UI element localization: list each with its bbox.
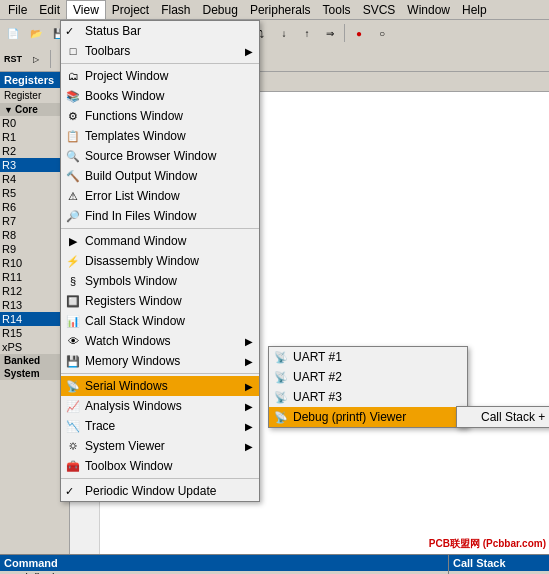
tb-step-in[interactable]: ↓: [273, 22, 295, 44]
view-menu-item-2[interactable]: 🗂Project Window: [61, 66, 259, 86]
view-menu-item-14[interactable]: 📊Call Stack Window: [61, 311, 259, 331]
tb-clear-bp[interactable]: ○: [371, 22, 393, 44]
menu-tools[interactable]: Tools: [317, 1, 357, 19]
reg-row-r9[interactable]: R9: [0, 242, 69, 256]
reg-name: R14: [2, 313, 26, 325]
reg-row-r8[interactable]: R8: [0, 228, 69, 242]
reg-name: R0: [2, 117, 26, 129]
menu-peripherals[interactable]: Peripherals: [244, 1, 317, 19]
sidebar-header: Registers: [0, 72, 69, 88]
debug-submenu-popup[interactable]: Call Stack + Loc...: [456, 406, 549, 428]
view-menu-item-13[interactable]: 🔲Registers Window: [61, 291, 259, 311]
view-menu-item-8[interactable]: ⚠Error List Window: [61, 186, 259, 206]
menu-help[interactable]: Help: [456, 1, 493, 19]
view-menu-item-15[interactable]: 👁Watch Windows▶: [61, 331, 259, 351]
menu-item-icon: 📉: [65, 418, 81, 434]
menu-debug[interactable]: Debug: [197, 1, 244, 19]
view-menu-item-4[interactable]: ⚙Functions Window: [61, 106, 259, 126]
watermark: PCB联盟网 (Pcbbar.com): [426, 536, 549, 552]
view-menu-item-12[interactable]: §Symbols Window: [61, 271, 259, 291]
banked-section: Banked: [0, 354, 69, 367]
view-menu-item-21[interactable]: 🧰Toolbox Window: [61, 456, 259, 476]
view-menu-item-1[interactable]: □Toolbars▶: [61, 41, 259, 61]
reg-row-r5[interactable]: R5: [0, 186, 69, 200]
reg-row-r11[interactable]: R11: [0, 270, 69, 284]
view-menu-item-19[interactable]: 📉Trace▶: [61, 416, 259, 436]
tb-sep-5: [50, 50, 51, 68]
submenu-arrow-icon: ▶: [245, 46, 253, 57]
reg-row-r3[interactable]: R3: [0, 158, 69, 172]
view-menu-item-3[interactable]: 📚Books Window: [61, 86, 259, 106]
menu-flash[interactable]: Flash: [155, 1, 196, 19]
view-menu-item-18[interactable]: 📈Analysis Windows▶: [61, 396, 259, 416]
tb-sep-4: [344, 24, 345, 42]
menubar: File Edit View Project Flash Debug Perip…: [0, 0, 549, 20]
serial-item-icon: 📡: [273, 389, 289, 405]
view-menu-item-5[interactable]: 📋Templates Window: [61, 126, 259, 146]
menu-project[interactable]: Project: [106, 1, 155, 19]
reg-row-r14[interactable]: R14: [0, 312, 69, 326]
bottom-left-panel: Command Load "E:\...: [0, 555, 449, 574]
check-icon: ✓: [65, 25, 74, 38]
view-menu-item-11[interactable]: ⚡Disassembly Window: [61, 251, 259, 271]
serial-menu-item-3[interactable]: 📡Debug (printf) Viewer: [269, 407, 467, 427]
menu-item-icon: 💾: [65, 353, 81, 369]
view-menu-item-17[interactable]: 📡Serial Windows▶: [61, 376, 259, 396]
reg-row-r6[interactable]: R6: [0, 200, 69, 214]
reg-row-r2[interactable]: R2: [0, 144, 69, 158]
view-menu-item-7[interactable]: 🔨Build Output Window: [61, 166, 259, 186]
reg-row-r10[interactable]: R10: [0, 256, 69, 270]
core-collapse-icon[interactable]: ▼: [4, 105, 13, 115]
menu-separator: [61, 228, 259, 229]
tb-step-out[interactable]: ↑: [296, 22, 318, 44]
registers-list: R0R1R2R3R4R5R6R7R8R9R10R11R12R13R14R15xP…: [0, 116, 69, 354]
menu-separator: [61, 478, 259, 479]
tb-run-to[interactable]: ⇒: [319, 22, 341, 44]
menu-view[interactable]: View: [66, 0, 106, 19]
tb-new[interactable]: 📄: [2, 22, 24, 44]
menu-item-icon: ⚙: [65, 108, 81, 124]
menu-item-icon: 🔨: [65, 168, 81, 184]
reg-name: R11: [2, 271, 26, 283]
menu-edit[interactable]: Edit: [33, 1, 66, 19]
view-menu-popup[interactable]: ✓Status Bar□Toolbars▶🗂Project Window📚Boo…: [60, 20, 260, 502]
reg-name: R9: [2, 243, 26, 255]
reg-row-r0[interactable]: R0: [0, 116, 69, 130]
serial-menu-item-1[interactable]: 📡UART #2: [269, 367, 467, 387]
menu-item-icon: 👁: [65, 333, 81, 349]
view-menu-item-0[interactable]: ✓Status Bar: [61, 21, 259, 41]
view-menu-item-9[interactable]: 🔎Find In Files Window: [61, 206, 259, 226]
menu-item-icon: 🗂: [65, 68, 81, 84]
serial-menu-item-2[interactable]: 📡UART #3: [269, 387, 467, 407]
reg-row-xps[interactable]: xPS: [0, 340, 69, 354]
reg-row-r7[interactable]: R7: [0, 214, 69, 228]
reg-row-r13[interactable]: R13: [0, 298, 69, 312]
reg-row-r15[interactable]: R15: [0, 326, 69, 340]
view-menu-item-22[interactable]: ✓Periodic Window Update: [61, 481, 259, 501]
serial-item-icon: 📡: [273, 409, 289, 425]
register-btn[interactable]: Register: [0, 88, 69, 103]
view-menu-item-10[interactable]: ▶Command Window: [61, 231, 259, 251]
menu-file[interactable]: File: [2, 1, 33, 19]
serial-menu-item-0[interactable]: 📡UART #1: [269, 347, 467, 367]
view-menu-item-20[interactable]: ⛭System Viewer▶: [61, 436, 259, 456]
view-menu-item-16[interactable]: 💾Memory Windows▶: [61, 351, 259, 371]
menu-window[interactable]: Window: [401, 1, 456, 19]
view-menu-item-6[interactable]: 🔍Source Browser Window: [61, 146, 259, 166]
menu-item-icon: 📈: [65, 398, 81, 414]
reg-name: R13: [2, 299, 26, 311]
submenu-arrow-icon: ▶: [245, 356, 253, 367]
tb-open[interactable]: 📂: [25, 22, 47, 44]
tb-breakpoint[interactable]: ●: [348, 22, 370, 44]
reg-row-r1[interactable]: R1: [0, 130, 69, 144]
debug-menu-item-0[interactable]: Call Stack + Loc...: [457, 407, 549, 427]
reg-row-r4[interactable]: R4: [0, 172, 69, 186]
serial-submenu-popup[interactable]: 📡UART #1📡UART #2📡UART #3📡Debug (printf) …: [268, 346, 468, 428]
menu-item-icon: ⛭: [65, 438, 81, 454]
tb-rst[interactable]: RST: [2, 48, 24, 70]
menu-svcs[interactable]: SVCS: [357, 1, 402, 19]
tb-r2[interactable]: ▷: [25, 48, 47, 70]
menu-item-icon: 📚: [65, 88, 81, 104]
submenu-arrow-icon: ▶: [245, 381, 253, 392]
reg-row-r12[interactable]: R12: [0, 284, 69, 298]
